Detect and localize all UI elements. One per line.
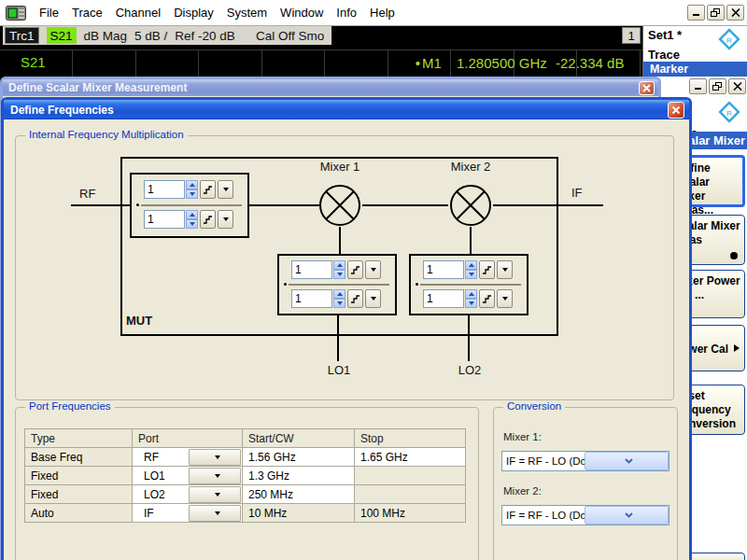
spin-down-icon[interactable]	[333, 299, 345, 308]
dropdown-button[interactable]	[189, 505, 241, 522]
step-size-button[interactable]	[200, 210, 216, 229]
dropdown-button[interactable]	[189, 449, 241, 466]
denominator-input[interactable]	[423, 289, 464, 308]
close-button[interactable]	[728, 78, 746, 94]
spin-down-icon[interactable]	[465, 270, 477, 279]
lo2-port-label: LO2	[451, 363, 488, 377]
stop-cell[interactable]: 1.65 GHz	[355, 448, 466, 467]
spin-up-icon[interactable]	[186, 210, 198, 219]
table-row: Auto IF 10 MHz 100 MHz	[25, 504, 466, 523]
type-cell: Fixed	[25, 485, 133, 504]
connector-line	[249, 204, 319, 206]
step-size-button[interactable]	[347, 289, 363, 308]
dropdown-button[interactable]	[218, 180, 233, 199]
spin-buttons[interactable]	[465, 289, 477, 308]
mixer2-label: Mixer 2	[443, 160, 499, 174]
stop-cell	[355, 467, 466, 485]
svg-text:R: R	[726, 36, 732, 45]
spin-buttons[interactable]	[465, 260, 477, 279]
dropdown-button[interactable]	[585, 506, 669, 525]
minimize-button[interactable]	[689, 78, 707, 94]
port-cell[interactable]: LO1	[133, 467, 243, 485]
lo2-denominator-spinner	[423, 289, 513, 308]
port-cell[interactable]: IF	[133, 504, 243, 523]
trace-name-badge[interactable]: Trc1	[5, 27, 39, 44]
dropdown-button[interactable]	[585, 452, 669, 470]
menu-window[interactable]: Window	[280, 6, 323, 20]
menu-bar: File Trace Channel Display System Window…	[0, 0, 747, 26]
dialog-title-bar[interactable]: Define Scalar Mixer Measurement	[3, 79, 658, 96]
step-size-button[interactable]	[479, 289, 495, 308]
mixer2-conversion-select[interactable]: IF = RF - LO (Down, USB)	[501, 505, 669, 525]
dialog-title-bar[interactable]: Define Frequencies	[4, 100, 689, 119]
dropdown-button[interactable]	[218, 210, 233, 229]
dropdown-button[interactable]	[497, 260, 513, 279]
dropdown-button[interactable]	[497, 289, 513, 308]
step-size-button[interactable]	[479, 260, 495, 279]
restore-button[interactable]	[707, 5, 725, 21]
start-cell[interactable]: 250 MHz	[243, 485, 355, 504]
connector-line	[470, 227, 472, 255]
minimize-button[interactable]	[687, 5, 705, 21]
spin-up-icon[interactable]	[465, 260, 477, 270]
menu-system[interactable]: System	[227, 6, 267, 20]
close-icon	[733, 82, 742, 91]
port-cell[interactable]: LO2	[133, 485, 243, 504]
restore-icon	[712, 82, 723, 91]
marker-level: -22.334 dB	[556, 55, 624, 71]
dropdown-button[interactable]	[189, 468, 241, 484]
instrument-icon	[6, 6, 26, 21]
spin-up-icon[interactable]	[186, 180, 198, 189]
numerator-input[interactable]	[144, 180, 185, 199]
mixer1-conversion-select[interactable]: IF = RF - LO (Down, USB)	[501, 451, 669, 471]
close-button[interactable]	[668, 102, 684, 119]
start-cell[interactable]: 1.56 GHz	[243, 448, 355, 467]
spin-buttons[interactable]	[333, 260, 345, 279]
port-cell[interactable]: RF	[133, 448, 243, 467]
restore-button[interactable]	[709, 78, 726, 94]
start-cell[interactable]: 1.3 GHz	[243, 467, 355, 485]
connector-line	[493, 204, 603, 206]
spin-buttons[interactable]	[333, 289, 345, 308]
dropdown-button[interactable]	[365, 260, 381, 279]
denominator-input[interactable]	[144, 210, 185, 229]
dropdown-arrow-icon	[215, 455, 220, 459]
dropdown-arrow-icon	[371, 297, 376, 301]
marker-menu-item[interactable]: Marker	[643, 62, 747, 77]
step-size-button[interactable]	[200, 180, 216, 199]
menu-channel[interactable]: Channel	[116, 6, 161, 20]
trace-info-bar[interactable]: Trc1 S21 dB Mag 5 dB / Ref -20 dB Cal Of…	[3, 26, 331, 45]
spin-up-icon[interactable]	[465, 289, 477, 299]
dropdown-button[interactable]	[365, 289, 381, 308]
measurement-badge[interactable]: S21	[47, 27, 77, 44]
group-label: Conversion	[503, 400, 565, 412]
spin-down-icon[interactable]	[333, 270, 345, 279]
menu-file[interactable]: File	[39, 6, 59, 20]
spin-down-icon[interactable]	[465, 299, 477, 308]
menu-display[interactable]: Display	[174, 6, 214, 20]
numerator-input[interactable]	[291, 260, 332, 279]
minimize-icon	[692, 8, 701, 17]
dialog-title: Define Frequencies	[10, 104, 114, 117]
spin-up-icon[interactable]	[333, 289, 345, 299]
spin-down-icon[interactable]	[186, 219, 198, 229]
close-button[interactable]	[726, 5, 744, 21]
dropdown-arrow-icon	[502, 297, 508, 301]
step-size-button[interactable]	[347, 260, 363, 279]
menu-trace[interactable]: Trace	[72, 6, 103, 20]
port-value: LO2	[138, 488, 189, 501]
column-header-stop: Stop	[355, 429, 466, 448]
numerator-input[interactable]	[423, 260, 464, 279]
spin-buttons[interactable]	[186, 180, 198, 199]
spin-up-icon[interactable]	[333, 260, 345, 270]
close-button[interactable]	[639, 81, 655, 95]
spin-down-icon[interactable]	[186, 189, 198, 199]
dropdown-button[interactable]	[189, 486, 241, 503]
menu-info[interactable]: Info	[336, 6, 357, 20]
child-window-controls	[689, 78, 746, 94]
rs-logo: R	[716, 99, 742, 129]
denominator-input[interactable]	[291, 289, 332, 308]
spin-buttons[interactable]	[186, 210, 198, 229]
app-icon[interactable]	[6, 6, 26, 21]
menu-help[interactable]: Help	[370, 6, 395, 20]
